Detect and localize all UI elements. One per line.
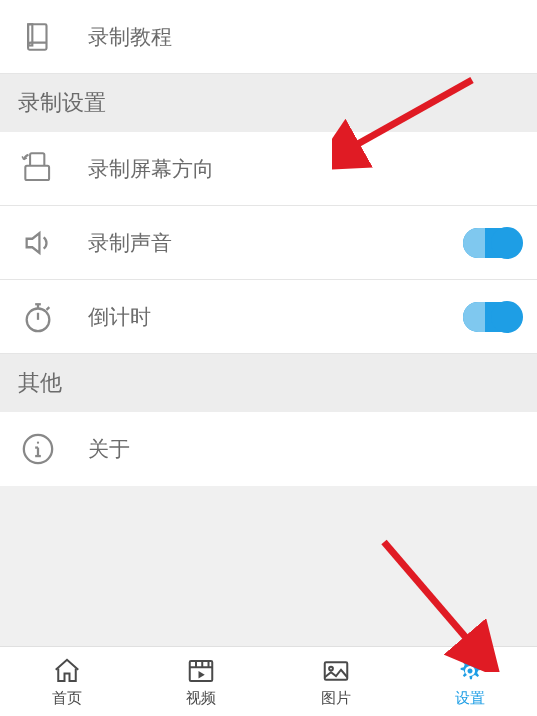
gear-icon [454,655,486,687]
book-icon [18,17,58,57]
section-record-settings: 录制设置 [0,74,537,132]
nav-home[interactable]: 首页 [0,647,134,716]
about-row[interactable]: 关于 [0,412,537,486]
bottom-nav: 首页 视频 图片 [0,646,537,716]
svg-rect-4 [25,165,49,179]
nav-video[interactable]: 视频 [134,647,268,716]
svg-line-23 [384,542,474,647]
sound-row[interactable]: 录制声音 [0,206,537,280]
home-icon [51,655,83,687]
nav-settings[interactable]: 设置 [403,647,537,716]
sound-label: 录制声音 [88,229,463,257]
nav-video-label: 视频 [186,689,216,708]
nav-settings-label: 设置 [455,689,485,708]
orientation-label: 录制屏幕方向 [88,155,519,183]
tutorial-label: 录制教程 [88,23,519,51]
nav-picture-label: 图片 [321,689,351,708]
stopwatch-icon [18,297,58,337]
countdown-label: 倒计时 [88,303,463,331]
svg-point-12 [37,441,39,443]
tutorial-row[interactable]: 录制教程 [0,0,537,74]
about-label: 关于 [88,435,519,463]
nav-home-label: 首页 [52,689,82,708]
info-icon [18,429,58,469]
rotate-device-icon [18,149,58,189]
video-icon [185,655,217,687]
countdown-row[interactable]: 倒计时 [0,280,537,354]
orientation-row[interactable]: 录制屏幕方向 [0,132,537,206]
countdown-toggle[interactable] [463,302,519,332]
sound-toggle[interactable] [463,228,519,258]
nav-picture[interactable]: 图片 [269,647,403,716]
picture-icon [320,655,352,687]
sound-icon [18,223,58,263]
section-other: 其他 [0,354,537,412]
svg-point-21 [329,667,333,671]
svg-line-9 [47,307,50,310]
